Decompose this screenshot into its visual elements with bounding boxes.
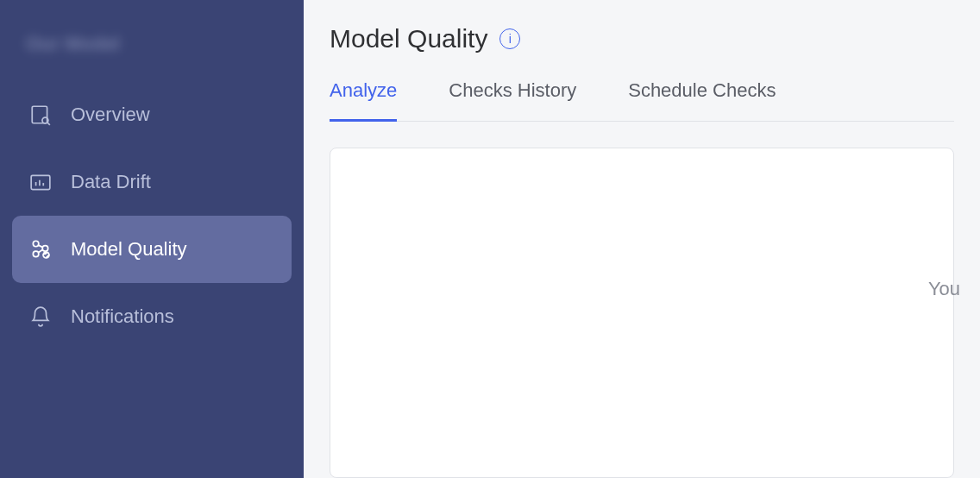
svg-line-2: [47, 123, 50, 125]
sidebar-item-label: Data Drift: [71, 171, 151, 193]
app-root: Our Model Overview: [0, 0, 980, 478]
svg-line-11: [38, 249, 42, 253]
page-title: Model Quality: [330, 24, 487, 53]
svg-point-9: [42, 246, 47, 252]
sidebar-header: Our Model: [0, 16, 304, 81]
sidebar-item-label: Overview: [71, 104, 150, 126]
overview-icon: [29, 104, 52, 126]
tab-schedule-checks[interactable]: Schedule Checks: [628, 79, 776, 122]
content-area: You: [304, 122, 980, 478]
sidebar-item-label: Notifications: [71, 305, 174, 328]
tab-analyze[interactable]: Analyze: [330, 79, 397, 122]
main-content: Model Quality i Analyze Checks History S…: [304, 0, 980, 478]
sidebar-nav: Overview Data Drift: [0, 81, 304, 350]
tab-checks-history[interactable]: Checks History: [449, 79, 576, 122]
content-panel: You: [330, 148, 954, 478]
svg-line-10: [38, 245, 42, 247]
main-tabs: Analyze Checks History Schedule Checks: [330, 79, 954, 122]
sidebar-item-notifications[interactable]: Notifications: [12, 283, 292, 350]
page-title-row: Model Quality i: [330, 24, 954, 53]
main-header: Model Quality i Analyze Checks History S…: [304, 0, 980, 122]
svg-point-7: [33, 241, 39, 247]
sidebar-item-overview[interactable]: Overview: [12, 81, 292, 148]
sidebar-item-label: Model Quality: [71, 238, 187, 261]
panel-placeholder-text: You: [928, 278, 960, 300]
svg-rect-0: [32, 106, 47, 123]
bell-icon: [29, 305, 52, 328]
svg-rect-3: [31, 175, 50, 189]
data-drift-icon: [29, 171, 52, 193]
sidebar-item-model-quality[interactable]: Model Quality: [12, 216, 292, 283]
sidebar-item-data-drift[interactable]: Data Drift: [12, 148, 292, 216]
svg-point-8: [33, 251, 39, 257]
sidebar: Our Model Overview: [0, 0, 304, 478]
info-icon[interactable]: i: [499, 28, 520, 49]
model-quality-icon: [29, 238, 52, 261]
